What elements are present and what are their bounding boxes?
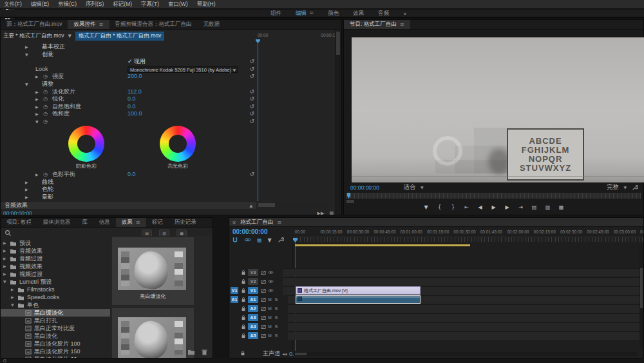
twirl-arrow-icon[interactable]: ▼ (3, 278, 10, 286)
panel-tab[interactable]: 源：格式工厂自由.mov≡ (1, 20, 68, 29)
panel-menu-icon[interactable]: ≡ (277, 219, 281, 226)
tree-item[interactable]: 黑白正常对比度 (1, 324, 110, 332)
sync-lock-icon[interactable] (261, 279, 266, 284)
menu-item[interactable]: 字幕(T) (141, 1, 159, 8)
mark-out[interactable]: } (450, 204, 457, 210)
export-icon[interactable]: ▤ (329, 211, 334, 215)
stopwatch-icon[interactable]: ◷ (43, 118, 52, 126)
chevron-down-icon[interactable]: ▼ (421, 185, 424, 190)
sync-lock-icon[interactable] (261, 324, 266, 329)
step-forward[interactable]: ▶ (504, 204, 511, 210)
sequence-tab[interactable]: 格式工厂自由 (240, 219, 273, 226)
tree-item[interactable]: 黑白淡化胶片 60 (1, 355, 110, 358)
tree-item[interactable]: 黑白淡化 (1, 332, 110, 340)
new-bin-icon[interactable] (187, 349, 195, 355)
tree-item[interactable]: ▶ Filmstocks (1, 286, 110, 293)
parameter-value[interactable]: 0.0 (128, 103, 136, 111)
panel-tab[interactable]: 项目: 教程≡ (1, 218, 37, 227)
menu-item[interactable]: 文件(F) (4, 1, 22, 8)
sync-lock-icon[interactable] (261, 270, 266, 275)
panel-tab[interactable]: 元数据≡ (198, 20, 226, 29)
twirl-arrow-icon[interactable]: ▶ (35, 73, 43, 81)
twirl-arrow-icon[interactable]: ▼ (11, 301, 17, 309)
stopwatch-icon[interactable]: ◷ (43, 103, 52, 111)
workspace-tab[interactable]: 编辑≡ (296, 10, 314, 17)
settings-wrench-icon[interactable] (632, 184, 638, 191)
mute-button[interactable]: M (267, 306, 272, 311)
panel-menu-icon[interactable]: ≡ (136, 219, 140, 226)
effect-parameter-row[interactable]: ▶◷淡化胶片 ▼ 112.0 ↺ (1, 88, 257, 96)
parameter-value[interactable]: 0.0 (128, 95, 136, 103)
effect-parameter-row[interactable]: ▼◷创意 ▼ ↺ (1, 51, 257, 59)
panel-tab[interactable]: 效果控件≡ (68, 20, 109, 29)
collapse-icon[interactable]: ▲ (249, 203, 252, 208)
track-lane[interactable] (288, 322, 639, 331)
tree-item[interactable]: ▼ Lumetri 预设 (1, 278, 110, 286)
effect-parameter-row[interactable]: ▶◷曲线 ↺ (1, 179, 257, 186)
mute-button[interactable]: M (267, 297, 272, 302)
sync-lock-icon[interactable] (261, 288, 266, 293)
panel-tab[interactable]: 标记≡ (146, 218, 169, 227)
parameter-value[interactable]: 112.0 (128, 88, 142, 96)
panel-tab[interactable]: 库≡ (76, 218, 93, 227)
program-tab[interactable]: 节目: 格式工厂自由 ≡ (344, 20, 410, 29)
panel-tab[interactable]: 历史记录≡ (169, 218, 202, 227)
go-to-out[interactable]: ⇥ (518, 204, 524, 210)
tree-item[interactable]: ▶ 音频过渡 (1, 255, 110, 262)
panel-menu-icon[interactable]: ≡ (400, 21, 404, 28)
timeline-settings-icon[interactable]: ▦ (257, 237, 262, 243)
effect-parameter-row[interactable]: ▼◷调整 ▼ ↺ (1, 81, 257, 88)
track-output-eye-icon[interactable] (268, 270, 274, 275)
mute-button[interactable]: M (267, 333, 272, 338)
twirl-arrow-icon[interactable]: ▼ (25, 51, 33, 59)
track-lane[interactable] (288, 304, 639, 313)
twirl-arrow-icon[interactable]: ▼ (25, 81, 33, 88)
work-area-bar[interactable] (295, 244, 470, 246)
workspace-tab[interactable]: 组件≡ (270, 10, 281, 17)
tree-item[interactable]: 黑白缓淡化 (1, 309, 110, 317)
reset-icon[interactable]: ↺ (249, 118, 254, 126)
menu-item[interactable]: 帮助(H) (197, 1, 216, 8)
sync-lock-icon[interactable] (261, 297, 266, 302)
twirl-arrow-icon[interactable]: ▼ (35, 118, 43, 126)
twirl-arrow-icon[interactable]: ▶ (3, 247, 10, 255)
reset-icon[interactable]: ↺ (249, 58, 254, 66)
twirl-arrow-icon[interactable]: ▶ (35, 95, 43, 103)
track-target-button[interactable]: V1 (248, 287, 258, 294)
tree-item[interactable]: ▼ 单色 (1, 301, 110, 309)
twirl-arrow-icon[interactable]: ▶ (35, 110, 43, 118)
timeline-vscrollbar[interactable] (639, 246, 643, 349)
preset-card[interactable]: 黑白缓淡化 (112, 237, 194, 305)
effect-hscrollbar[interactable] (258, 202, 328, 208)
timeline-timecode[interactable]: 00:00:00:00 (232, 228, 267, 235)
playback-resolution-select[interactable]: 完整 (607, 183, 618, 191)
tree-item[interactable]: 黑白打孔 (1, 317, 110, 324)
track-lane[interactable] (283, 268, 639, 277)
panel-menu-icon[interactable]: ≡ (309, 10, 314, 16)
parameter-value[interactable]: 200.0 (128, 73, 142, 81)
tree-item[interactable]: ▶ 视频过渡 (1, 270, 110, 278)
solo-button[interactable]: S (274, 306, 279, 311)
program-playhead[interactable] (347, 193, 350, 199)
track-lane[interactable] (288, 331, 639, 340)
effect-parameter-row[interactable]: ▶◷基本校正 ▼ ↺ (1, 43, 257, 51)
source-patch-button[interactable] (231, 332, 238, 339)
sync-lock-icon[interactable] (261, 315, 266, 320)
extract[interactable]: ▥ (545, 204, 551, 210)
scroll-left-icon[interactable]: ◀◀ (282, 352, 287, 356)
effect-parameter-row[interactable]: ▶◷色彩平衡 0.0 ↺ (1, 171, 257, 179)
color-wheel[interactable] (68, 126, 104, 162)
twirl-arrow-icon[interactable]: ▶ (3, 255, 10, 262)
twirl-arrow-icon[interactable]: ▶ (11, 293, 17, 301)
master-track-label[interactable]: 主声道 (263, 349, 280, 358)
track-target-button[interactable]: A4 (248, 323, 258, 330)
effect-parameter-row[interactable]: ◷ ✓ 现用 ▼ ↺ (1, 58, 257, 66)
track-target-button[interactable]: A2 (248, 305, 258, 312)
menu-item[interactable]: 窗口(W) (168, 1, 188, 8)
enable-checkbox[interactable]: ✓ 现用 (128, 58, 146, 66)
effect-parameter-row[interactable]: ◷Look Monochrome Kodak 5205 Fuji 3510 (b… (1, 66, 257, 74)
lock-icon[interactable] (241, 288, 246, 293)
sync-lock-icon[interactable] (261, 333, 266, 338)
reset-icon[interactable]: ↺ (249, 171, 254, 179)
lock-icon[interactable] (241, 333, 246, 338)
